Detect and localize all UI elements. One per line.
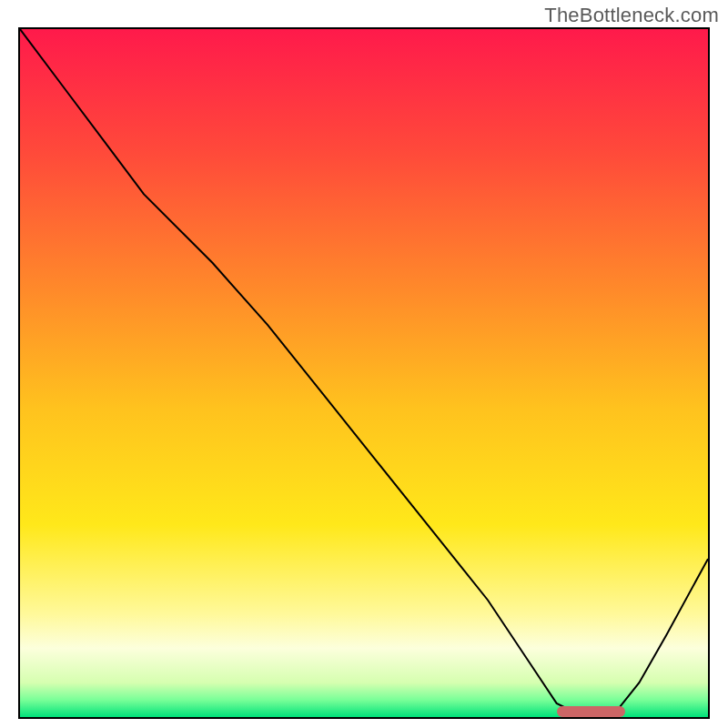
optimal-range-marker	[557, 706, 626, 717]
watermark-text: TheBottleneck.com	[544, 4, 719, 27]
bottleneck-curve	[20, 29, 708, 717]
chart-plot-area	[18, 27, 710, 719]
